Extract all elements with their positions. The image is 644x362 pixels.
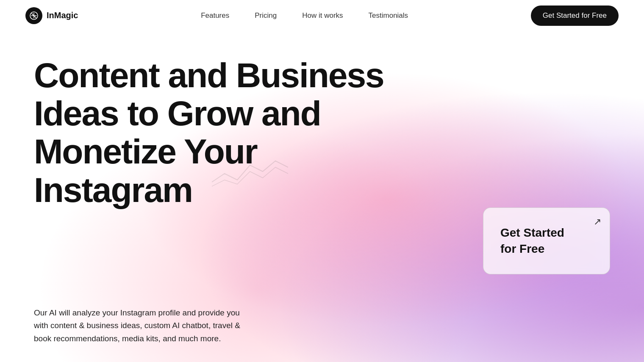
nav-link-how-it-works[interactable]: How it works xyxy=(302,11,343,19)
logo-icon xyxy=(25,7,42,24)
nav-cta-button[interactable]: Get Started for Free xyxy=(531,6,619,26)
nav-links: Features Pricing How it works Testimonia… xyxy=(201,11,408,20)
nav-link-features[interactable]: Features xyxy=(201,11,229,19)
nav-link-pricing[interactable]: Pricing xyxy=(255,11,277,19)
navbar: InMagic Features Pricing How it works Te… xyxy=(0,0,644,31)
nav-item-pricing[interactable]: Pricing xyxy=(255,11,277,20)
cta-card[interactable]: ↗ Get Startedfor Free xyxy=(483,207,610,274)
hero-subtitle: Our AI will analyze your Instagram profi… xyxy=(34,307,254,345)
arrow-icon: ↗ xyxy=(594,216,601,227)
main-content: Content and Business Ideas to Grow and M… xyxy=(0,31,644,345)
nav-item-testimonials[interactable]: Testimonials xyxy=(369,11,408,20)
nav-link-testimonials[interactable]: Testimonials xyxy=(369,11,408,19)
nav-item-how-it-works[interactable]: How it works xyxy=(302,11,343,20)
cta-card-label: Get Startedfor Free xyxy=(500,225,588,257)
nav-item-features[interactable]: Features xyxy=(201,11,229,20)
logo-text: InMagic xyxy=(47,11,78,20)
logo-link[interactable]: InMagic xyxy=(25,7,78,24)
hero-title: Content and Business Ideas to Grow and M… xyxy=(34,56,402,209)
